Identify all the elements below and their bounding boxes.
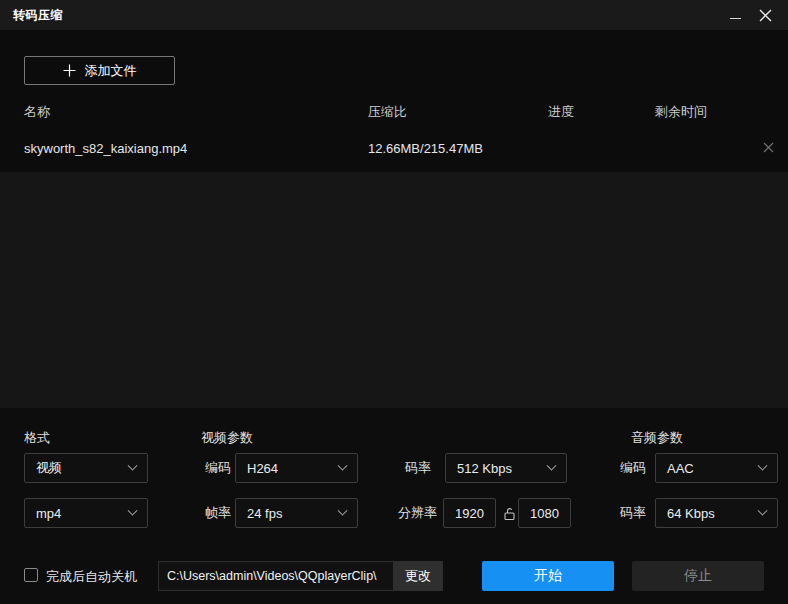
video-encode-select[interactable]: H264 [235, 453, 358, 483]
table-header-row: 名称 压缩比 进度 剩余时间 [0, 103, 788, 121]
auto-shutdown-label[interactable]: 完成后自动关机 [46, 568, 137, 586]
chevron-down-icon [547, 460, 557, 470]
chevron-down-icon [338, 505, 348, 515]
title-bar: 转码压缩 [0, 0, 788, 30]
add-file-label: 添加文件 [85, 62, 137, 80]
table-row[interactable]: skyworth_s82_kaixiang.mp4 12.66MB/215.47… [0, 132, 788, 165]
minimize-icon [730, 18, 741, 19]
file-compression-ratio: 12.66MB/215.47MB [368, 141, 483, 156]
resolution-label: 分辨率 [398, 498, 437, 528]
video-encode-label: 编码 [205, 453, 231, 483]
video-bitrate-label: 码率 [405, 453, 431, 483]
file-list-empty-area [0, 172, 788, 408]
remove-icon [763, 142, 774, 153]
container-format-value: mp4 [36, 506, 61, 521]
aspect-ratio-unlock-icon[interactable] [501, 505, 517, 521]
audio-encode-select[interactable]: AAC [655, 453, 778, 483]
header-compression-ratio: 压缩比 [368, 103, 407, 121]
stop-button[interactable]: 停止 [632, 561, 764, 591]
chevron-down-icon [128, 460, 138, 470]
video-encode-value: H264 [247, 461, 278, 476]
auto-shutdown-checkbox[interactable] [24, 568, 38, 582]
chevron-down-icon [758, 505, 768, 515]
media-type-value: 视频 [36, 459, 62, 477]
resolution-height-input[interactable] [518, 498, 571, 528]
header-progress: 进度 [548, 103, 574, 121]
plus-icon [63, 64, 76, 77]
fps-value: 24 fps [247, 506, 282, 521]
audio-encode-value: AAC [667, 461, 694, 476]
header-name: 名称 [24, 103, 50, 121]
chevron-down-icon [338, 460, 348, 470]
close-icon [759, 9, 772, 22]
add-file-button[interactable]: 添加文件 [24, 56, 175, 85]
audio-bitrate-select[interactable]: 64 Kbps [655, 498, 778, 528]
close-button[interactable] [748, 0, 782, 30]
resolution-width-input[interactable] [443, 498, 496, 528]
audio-encode-label: 编码 [620, 453, 646, 483]
audio-bitrate-value: 64 Kbps [667, 506, 715, 521]
transcode-compress-window: 转码压缩 添加文件 名称 压缩比 进度 剩余时间 skyworth_s82_ka… [0, 0, 788, 604]
audio-bitrate-label: 码率 [620, 498, 646, 528]
fps-select[interactable]: 24 fps [235, 498, 358, 528]
fps-label: 帧率 [205, 498, 231, 528]
file-name: skyworth_s82_kaixiang.mp4 [24, 141, 187, 156]
audio-section-title: 音频参数 [631, 429, 683, 447]
change-path-button[interactable]: 更改 [393, 561, 443, 591]
video-section-title: 视频参数 [201, 429, 253, 447]
container-format-select[interactable]: mp4 [24, 498, 148, 528]
media-type-select[interactable]: 视频 [24, 453, 148, 483]
format-section-title: 格式 [24, 429, 50, 447]
chevron-down-icon [128, 505, 138, 515]
remove-file-button[interactable] [756, 135, 780, 159]
chevron-down-icon [758, 460, 768, 470]
output-path-input[interactable] [158, 561, 393, 591]
video-bitrate-value: 512 Kbps [457, 461, 512, 476]
header-remaining-time: 剩余时间 [655, 103, 707, 121]
minimize-button[interactable] [718, 0, 752, 30]
start-button[interactable]: 开始 [482, 561, 614, 591]
video-bitrate-select[interactable]: 512 Kbps [445, 453, 567, 483]
window-title: 转码压缩 [13, 7, 63, 24]
